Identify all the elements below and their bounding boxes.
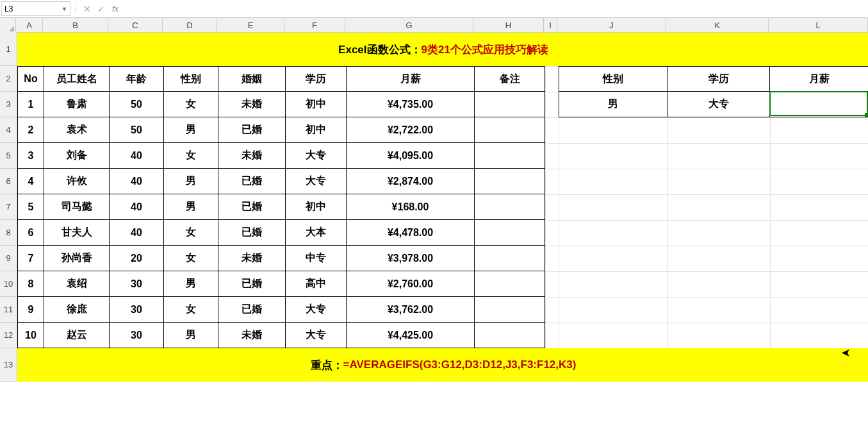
col-header-A[interactable]: A xyxy=(16,18,43,32)
table-cell[interactable]: 6 xyxy=(17,220,44,246)
row-header-5[interactable]: 5 xyxy=(0,143,17,169)
table-cell[interactable]: 女 xyxy=(164,92,218,117)
table-cell[interactable]: 袁术 xyxy=(44,117,110,143)
table-cell[interactable]: 1 xyxy=(17,92,44,117)
row-header-1[interactable]: 1 xyxy=(0,33,17,66)
table-cell[interactable]: 未婚 xyxy=(218,92,286,117)
table-cell[interactable]: 未婚 xyxy=(218,246,286,271)
formula-input[interactable] xyxy=(122,1,868,16)
col-header-D[interactable]: D xyxy=(163,18,217,32)
table-cell[interactable]: ¥168.00 xyxy=(347,194,475,220)
col-header-J[interactable]: J xyxy=(557,18,666,32)
name-box[interactable]: L3 ▼ xyxy=(1,1,70,16)
table-cell[interactable]: 女 xyxy=(164,246,218,271)
table-cell[interactable]: 30 xyxy=(110,323,164,348)
filter-cell[interactable]: 大专 xyxy=(667,92,770,117)
table-header[interactable]: 年龄 xyxy=(110,66,164,92)
row-header-10[interactable]: 10 xyxy=(0,271,17,297)
table-cell[interactable] xyxy=(475,220,545,246)
table-cell[interactable]: 男 xyxy=(164,271,218,297)
row-header-12[interactable]: 12 xyxy=(0,323,17,348)
table-header[interactable]: 月薪 xyxy=(347,66,475,92)
table-cell[interactable]: 9 xyxy=(17,297,44,323)
table-cell[interactable]: ¥2,874.00 xyxy=(347,169,475,194)
table-cell[interactable]: 2 xyxy=(17,117,44,143)
table-cell[interactable] xyxy=(475,169,545,194)
filter-header[interactable]: 性别 xyxy=(559,66,667,92)
bottom-row[interactable]: 重点：=AVERAGEIFS(G3:G12,D3:D12,J3,F3:F12,K… xyxy=(17,348,868,382)
table-cell[interactable]: 已婚 xyxy=(218,117,286,143)
table-cell[interactable] xyxy=(475,297,545,323)
filter-header[interactable]: 月薪 xyxy=(770,66,868,92)
table-cell[interactable]: ¥3,762.00 xyxy=(347,297,475,323)
filter-cell[interactable] xyxy=(770,92,868,117)
row-header-2[interactable]: 2 xyxy=(0,66,17,92)
table-cell[interactable]: 司马懿 xyxy=(44,194,110,220)
table-cell[interactable]: 8 xyxy=(17,271,44,297)
table-cell[interactable]: 孙尚香 xyxy=(44,246,110,271)
table-cell[interactable]: 已婚 xyxy=(218,220,286,246)
table-cell[interactable]: 4 xyxy=(17,169,44,194)
table-cell[interactable]: 徐庶 xyxy=(44,297,110,323)
table-cell[interactable] xyxy=(475,143,545,169)
row-header-4[interactable]: 4 xyxy=(0,117,17,143)
table-cell[interactable] xyxy=(475,246,545,271)
filter-header[interactable]: 学历 xyxy=(667,66,770,92)
table-cell[interactable]: 40 xyxy=(110,220,164,246)
table-cell[interactable]: 袁绍 xyxy=(44,271,110,297)
table-cell[interactable] xyxy=(475,92,545,117)
row-header-13[interactable]: 13 xyxy=(0,348,17,382)
row-header-7[interactable]: 7 xyxy=(0,194,17,220)
col-header-H[interactable]: H xyxy=(473,18,544,32)
table-cell[interactable]: 大本 xyxy=(286,220,347,246)
table-cell[interactable]: 10 xyxy=(17,323,44,348)
table-cell[interactable]: 女 xyxy=(164,143,218,169)
row-header-9[interactable]: 9 xyxy=(0,246,17,271)
table-cell[interactable]: 已婚 xyxy=(218,297,286,323)
table-cell[interactable]: 30 xyxy=(110,297,164,323)
table-cell[interactable]: ¥4,478.00 xyxy=(347,220,475,246)
table-cell[interactable]: ¥4,735.00 xyxy=(347,92,475,117)
col-header-F[interactable]: F xyxy=(284,18,345,32)
table-header[interactable]: 学历 xyxy=(286,66,347,92)
table-cell[interactable]: 男 xyxy=(164,323,218,348)
fx-icon[interactable]: fx xyxy=(108,4,122,13)
select-all-button[interactable] xyxy=(0,18,16,33)
table-cell[interactable]: 40 xyxy=(110,169,164,194)
row-header-11[interactable]: 11 xyxy=(0,297,17,323)
table-header[interactable]: 员工姓名 xyxy=(44,66,110,92)
table-cell[interactable]: 30 xyxy=(110,271,164,297)
table-cell[interactable]: 许攸 xyxy=(44,169,110,194)
table-cell[interactable]: 已婚 xyxy=(218,271,286,297)
title-row[interactable]: Excel函数公式：9类21个公式应用技巧解读 xyxy=(17,33,868,66)
table-cell[interactable]: ¥2,760.00 xyxy=(347,271,475,297)
table-cell[interactable]: 高中 xyxy=(286,271,347,297)
row-header-6[interactable]: 6 xyxy=(0,169,17,194)
accept-icon[interactable]: ✓ xyxy=(94,4,108,14)
table-cell[interactable]: 大专 xyxy=(286,143,347,169)
table-cell[interactable]: 初中 xyxy=(286,194,347,220)
col-header-K[interactable]: K xyxy=(666,18,769,32)
table-header[interactable]: 备注 xyxy=(475,66,545,92)
row-header-8[interactable]: 8 xyxy=(0,220,17,246)
table-cell[interactable]: 40 xyxy=(110,194,164,220)
table-cell[interactable]: 已婚 xyxy=(218,194,286,220)
col-header-C[interactable]: C xyxy=(108,18,163,32)
table-cell[interactable]: 男 xyxy=(164,117,218,143)
table-cell[interactable]: 甘夫人 xyxy=(44,220,110,246)
col-header-L[interactable]: L xyxy=(769,18,868,32)
table-cell[interactable]: 40 xyxy=(110,143,164,169)
table-cell[interactable]: 20 xyxy=(110,246,164,271)
table-cell[interactable]: 已婚 xyxy=(218,169,286,194)
cells-area[interactable]: Excel函数公式：9类21个公式应用技巧解读No12345678910员工姓名… xyxy=(17,33,868,382)
table-cell[interactable]: 初中 xyxy=(286,92,347,117)
cancel-icon[interactable]: ✕ xyxy=(80,4,94,14)
table-cell[interactable]: 大专 xyxy=(286,323,347,348)
col-header-I[interactable]: I xyxy=(544,18,557,32)
table-cell[interactable]: 女 xyxy=(164,297,218,323)
table-cell[interactable]: ¥4,425.00 xyxy=(347,323,475,348)
col-header-B[interactable]: B xyxy=(43,18,108,32)
table-cell[interactable]: 5 xyxy=(17,194,44,220)
col-header-E[interactable]: E xyxy=(217,18,284,32)
table-cell[interactable]: ¥4,095.00 xyxy=(347,143,475,169)
